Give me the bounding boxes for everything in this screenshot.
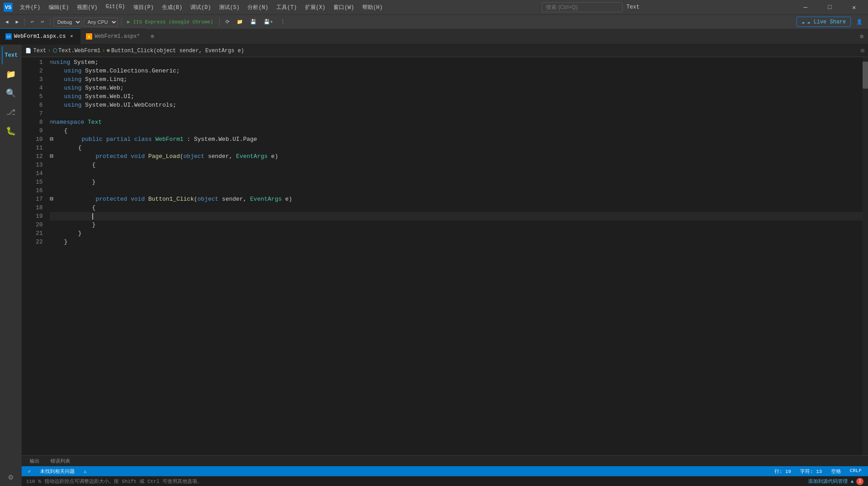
menu-bar[interactable]: 文件(F) 编辑(E) 视图(V) Git(G) 项目(P) 生成(B) 调试(… (16, 2, 387, 13)
tab-bar: C# WebForm1.aspx.cs × A WebForm1.aspx* ⊕… (0, 29, 868, 45)
code-line: using System.Collections.Generic; (50, 67, 863, 75)
zoom-level[interactable]: 110 % (26, 479, 41, 484)
add-tab-button[interactable]: ⊕ (147, 28, 158, 44)
status-col[interactable]: 字符: 13 (798, 468, 823, 475)
activity-icon-search[interactable]: 🔍 (2, 84, 20, 102)
title-bar-right: — □ ✕ (795, 0, 864, 14)
aspx-file-icon: A (86, 33, 92, 40)
editor-header: 📄 Text › ⬡ Text.WebForm1 › ⊕ Button1_Cli… (22, 45, 868, 57)
notification-icon[interactable]: 2 (856, 478, 864, 485)
tab-webform-aspx[interactable]: A WebForm1.aspx* (81, 28, 145, 44)
menu-analyze[interactable]: 分析(N) (244, 2, 272, 13)
more-tools-button[interactable]: ⋮ (278, 18, 288, 26)
code-line: { (50, 161, 863, 169)
activity-icon-debug[interactable]: 🐛 (2, 122, 20, 140)
breadcrumb-class[interactable]: ⬡ Text.WebForm1 (53, 47, 101, 54)
status-no-issues[interactable]: 未找到相关问题 (38, 468, 76, 475)
code-line (50, 212, 863, 220)
menu-help[interactable]: 帮助(H) (359, 2, 387, 13)
status-bar-right: 行: 19 字符: 13 空格 CRLF (773, 468, 864, 475)
code-line: using System.Web.UI; (50, 92, 863, 101)
line-numbers: 12345678910111213141516171819202122 (22, 57, 46, 455)
search-input[interactable] (542, 2, 623, 12)
profile-button[interactable]: 👤 (854, 18, 865, 26)
code-line: ⊟ public partial class WebForm1 : System… (50, 135, 863, 144)
breadcrumb-method-label: Button1_Click(object sender, EventArgs e… (111, 48, 244, 54)
split-editor-icon[interactable]: ⊞ (861, 47, 864, 54)
tab-webform-cs[interactable]: C# WebForm1.aspx.cs × (0, 28, 81, 44)
vertical-scrollbar[interactable] (863, 57, 868, 455)
menu-window[interactable]: 窗口(W) (330, 2, 358, 13)
menu-edit[interactable]: 编辑(E) (45, 2, 73, 13)
open-folder-button[interactable]: 📁 (234, 18, 246, 26)
tab-label-1: WebForm1.aspx.cs (14, 33, 66, 40)
error-list-tab[interactable]: 错误列表 (46, 457, 75, 465)
file-type-icon: 📄 (25, 48, 31, 54)
undo-button[interactable]: ↩ (28, 18, 36, 26)
status-check-icon[interactable]: ✓ (26, 468, 33, 474)
status-row[interactable]: 行: 19 (773, 468, 793, 475)
breadcrumb-method[interactable]: ⊕ Button1_Click(object sender, EventArgs… (107, 47, 244, 54)
activity-icon-text[interactable]: Text (2, 46, 20, 64)
menu-debug[interactable]: 调试(D) (187, 2, 215, 13)
breadcrumb-sep-1: › (48, 47, 51, 54)
editor-body[interactable]: 12345678910111213141516171819202122 ⊟usi… (22, 57, 868, 455)
code-line: using System.Linq; (50, 75, 863, 84)
code-line: } (50, 220, 863, 229)
title-text: Text (626, 4, 639, 10)
minimize-button[interactable]: — (795, 0, 816, 14)
status-encoding[interactable]: CRLF (848, 468, 864, 475)
toolbar-separator-1 (24, 18, 25, 26)
title-bar: VS 文件(F) 编辑(E) 视图(V) Git(G) 项目(P) 生成(B) … (0, 0, 868, 14)
info-bar: 110 % 指动边距控点可调整边距大小。按 Shift 或 Ctrl 可使用其他… (22, 476, 868, 486)
tab-settings-button[interactable]: ⚙ (855, 28, 868, 44)
menu-view[interactable]: 视图(V) (73, 2, 101, 13)
breadcrumb-class-label: Text.WebForm1 (58, 48, 101, 54)
code-line: { (50, 144, 863, 152)
redo-button[interactable]: ↩ (38, 18, 47, 26)
menu-file[interactable]: 文件(F) (16, 2, 44, 13)
info-bar-right: 添加到源代码管理 ▲ 2 (808, 478, 864, 485)
nav-forward-button[interactable]: ▶ (13, 18, 22, 26)
toolbar-separator-3 (121, 18, 121, 26)
status-space[interactable]: 空格 (829, 468, 843, 475)
code-line: ⊟using System; (50, 58, 863, 67)
live-share-button[interactable]: ☁ ☁ Live Share (796, 17, 851, 27)
activity-icon-settings[interactable]: ⚙ (2, 468, 20, 486)
code-line: { (50, 126, 863, 135)
debug-config-dropdown[interactable]: Debug (54, 18, 82, 27)
refresh-button[interactable]: ⟳ (223, 18, 232, 26)
title-center: Text (390, 2, 792, 12)
close-button[interactable]: ✕ (844, 0, 864, 14)
live-share-icon: ☁ (801, 18, 805, 25)
save-all-button[interactable]: 💾+ (261, 18, 276, 26)
source-control-label[interactable]: 添加到源代码管理 ▲ (808, 478, 854, 485)
activity-icon-git[interactable]: ⎇ (2, 103, 20, 121)
code-line: using System.Web.UI.WebControls; (50, 101, 863, 109)
run-button[interactable]: ▶ IIS Express (Google Chrome) (125, 18, 216, 26)
tab-label-2: WebForm1.aspx* (94, 33, 140, 40)
breadcrumb-sep-2: › (102, 47, 105, 54)
maximize-button[interactable]: □ (819, 0, 840, 14)
activity-icon-explorer[interactable]: 📁 (2, 65, 20, 83)
menu-project[interactable]: 项目(P) (130, 2, 157, 13)
toolbar-separator-2 (50, 18, 50, 26)
menu-extensions[interactable]: 扩展(X) (301, 2, 329, 13)
code-line: } (50, 229, 863, 238)
save-button[interactable]: 💾 (247, 18, 259, 26)
tab-close-1[interactable]: × (68, 33, 75, 40)
code-line: ⊟ protected void Page_Load(object sender… (50, 152, 863, 161)
code-line (50, 186, 863, 195)
status-warning-icon[interactable]: ⚠ (82, 468, 89, 474)
nav-back-button[interactable]: ◀ (3, 18, 11, 26)
platform-dropdown[interactable]: Any CPU (84, 18, 118, 27)
editor-main: 📄 Text › ⬡ Text.WebForm1 › ⊕ Button1_Cli… (22, 45, 868, 486)
menu-tools[interactable]: 工具(T) (273, 2, 301, 13)
code-editor[interactable]: ⊟using System; using System.Collections.… (46, 57, 863, 455)
code-line: ⊟ protected void Button1_Click(object se… (50, 195, 863, 203)
menu-build[interactable]: 生成(B) (158, 2, 186, 13)
menu-git[interactable]: Git(G) (102, 2, 129, 13)
code-line: using System.Web; (50, 84, 863, 92)
output-tab[interactable]: 输出 (25, 457, 44, 465)
menu-test[interactable]: 测试(S) (216, 2, 243, 13)
